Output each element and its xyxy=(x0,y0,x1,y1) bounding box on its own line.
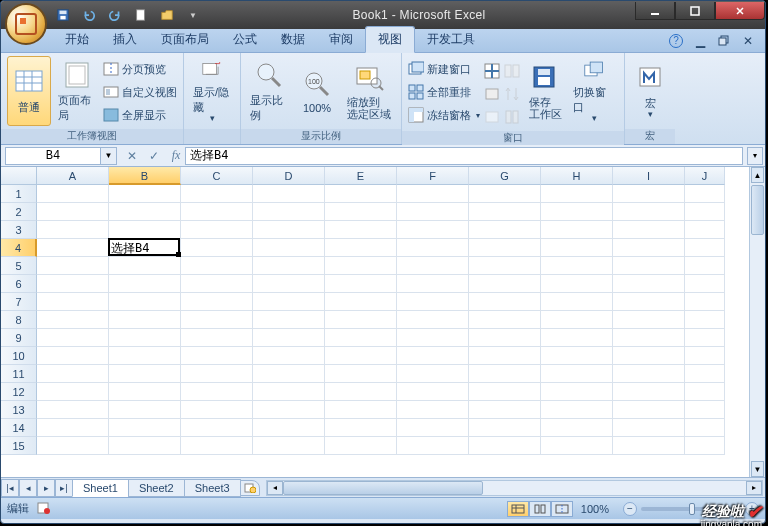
view-side-by-side-button[interactable] xyxy=(504,60,520,82)
cell[interactable] xyxy=(397,401,469,419)
scroll-left-icon[interactable]: ◂ xyxy=(267,481,283,495)
help-icon[interactable]: ? xyxy=(669,34,683,48)
cell[interactable] xyxy=(37,329,109,347)
cell[interactable] xyxy=(109,257,181,275)
cell[interactable] xyxy=(325,437,397,455)
cell[interactable] xyxy=(397,185,469,203)
cell[interactable] xyxy=(181,203,253,221)
cell[interactable] xyxy=(181,221,253,239)
pagebreak-preview-button[interactable]: 分页预览 xyxy=(103,58,177,80)
cell[interactable] xyxy=(685,419,725,437)
cell[interactable] xyxy=(613,347,685,365)
cell[interactable] xyxy=(469,347,541,365)
cell[interactable] xyxy=(37,365,109,383)
row-header[interactable]: 15 xyxy=(1,437,37,455)
cell[interactable] xyxy=(325,221,397,239)
zoom-out-button[interactable]: − xyxy=(623,502,637,516)
row-header[interactable]: 14 xyxy=(1,419,37,437)
cell[interactable] xyxy=(109,365,181,383)
row-header[interactable]: 7 xyxy=(1,293,37,311)
cell[interactable] xyxy=(613,383,685,401)
undo-icon[interactable] xyxy=(79,5,99,25)
cell[interactable] xyxy=(181,257,253,275)
view-pagelayout-button[interactable]: 页面布局 xyxy=(55,56,99,126)
tab-home[interactable]: 开始 xyxy=(53,27,101,52)
status-view-pagelayout[interactable] xyxy=(529,501,551,517)
cell[interactable] xyxy=(613,437,685,455)
expand-formula-bar-icon[interactable]: ▾ xyxy=(747,147,763,165)
save-workspace-button[interactable]: 保存 工作区 xyxy=(524,56,566,126)
cell[interactable] xyxy=(181,347,253,365)
cell[interactable] xyxy=(37,239,109,257)
cell[interactable] xyxy=(37,401,109,419)
office-button[interactable] xyxy=(5,3,47,45)
next-sheet-button[interactable]: ▸ xyxy=(37,479,55,497)
cell[interactable] xyxy=(613,293,685,311)
cell[interactable] xyxy=(541,221,613,239)
cell[interactable] xyxy=(397,239,469,257)
scroll-right-icon[interactable]: ▸ xyxy=(746,481,762,495)
switch-windows-button[interactable]: 切换窗口 xyxy=(570,56,618,126)
cell[interactable] xyxy=(469,311,541,329)
cell[interactable] xyxy=(685,275,725,293)
cell[interactable] xyxy=(685,203,725,221)
cell[interactable] xyxy=(253,365,325,383)
cell[interactable] xyxy=(253,293,325,311)
cell[interactable]: 选择B4 xyxy=(109,239,181,257)
tab-formulas[interactable]: 公式 xyxy=(221,27,269,52)
cell[interactable] xyxy=(397,311,469,329)
tab-developer[interactable]: 开发工具 xyxy=(415,27,487,52)
cell[interactable] xyxy=(325,257,397,275)
cell[interactable] xyxy=(325,185,397,203)
reset-position-button[interactable] xyxy=(504,106,520,128)
fullscreen-button[interactable]: 全屏显示 xyxy=(103,104,177,126)
cell[interactable] xyxy=(109,437,181,455)
select-all-corner[interactable] xyxy=(1,167,37,185)
cell[interactable] xyxy=(253,437,325,455)
cell[interactable] xyxy=(253,347,325,365)
cell[interactable] xyxy=(181,401,253,419)
sync-scroll-button[interactable] xyxy=(504,83,520,105)
cell[interactable] xyxy=(181,419,253,437)
cell[interactable] xyxy=(541,383,613,401)
show-hide-button[interactable]: 显示/隐藏 xyxy=(190,56,234,126)
doc-minimize-icon[interactable]: ▁ xyxy=(693,34,707,48)
cell[interactable] xyxy=(253,401,325,419)
cell[interactable] xyxy=(253,203,325,221)
cell[interactable] xyxy=(469,365,541,383)
cell[interactable] xyxy=(109,401,181,419)
zoom-button[interactable]: 显示比例 xyxy=(247,56,291,126)
cell[interactable] xyxy=(685,329,725,347)
cell[interactable] xyxy=(253,239,325,257)
unhide-window-button[interactable] xyxy=(484,106,500,128)
cell[interactable] xyxy=(613,185,685,203)
cell[interactable] xyxy=(541,239,613,257)
doc-restore-icon[interactable] xyxy=(717,34,731,48)
column-header[interactable]: D xyxy=(253,167,325,185)
status-view-pagebreak[interactable] xyxy=(551,501,573,517)
cell[interactable] xyxy=(613,257,685,275)
cell[interactable] xyxy=(37,185,109,203)
cell[interactable] xyxy=(37,419,109,437)
cell[interactable] xyxy=(613,401,685,419)
cell[interactable] xyxy=(181,185,253,203)
cell[interactable] xyxy=(613,329,685,347)
macros-button[interactable]: 宏 xyxy=(631,56,669,126)
zoom-selection-button[interactable]: 缩放到 选定区域 xyxy=(343,56,395,126)
cell[interactable] xyxy=(37,275,109,293)
scroll-down-icon[interactable]: ▼ xyxy=(751,461,764,477)
cell[interactable] xyxy=(325,203,397,221)
view-normal-button[interactable]: 普通 xyxy=(7,56,51,126)
cell[interactable] xyxy=(109,311,181,329)
horizontal-scroll-thumb[interactable] xyxy=(283,481,483,495)
column-header[interactable]: H xyxy=(541,167,613,185)
cell[interactable] xyxy=(109,347,181,365)
cell[interactable] xyxy=(685,221,725,239)
row-header[interactable]: 4 xyxy=(1,239,37,257)
qat-dropdown-icon[interactable]: ▼ xyxy=(183,5,203,25)
cell[interactable] xyxy=(397,365,469,383)
sheet-tab-1[interactable]: Sheet1 xyxy=(72,479,129,497)
zoom-level[interactable]: 100% xyxy=(581,503,609,515)
row-header[interactable]: 3 xyxy=(1,221,37,239)
cell[interactable] xyxy=(37,437,109,455)
